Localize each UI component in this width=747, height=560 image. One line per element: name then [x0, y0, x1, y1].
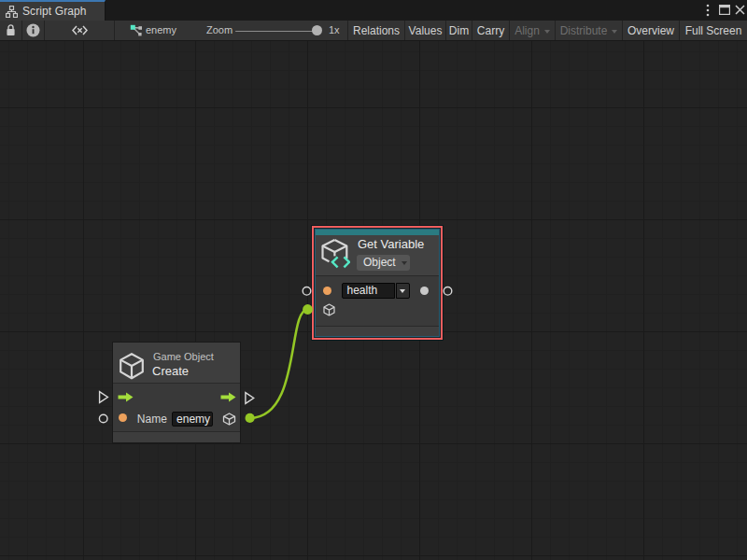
node-footer — [113, 431, 240, 442]
graph-icon — [130, 24, 143, 36]
value-output-dot — [420, 287, 429, 295]
game-object-output-icon — [222, 413, 236, 426]
window-maximize-button[interactable] — [717, 0, 732, 20]
title-bar: Script Graph — [0, 0, 747, 21]
script-graph-icon — [6, 6, 18, 18]
dropdown-arrow-icon — [612, 30, 617, 34]
toolbar-button-carry[interactable]: Carry — [472, 21, 509, 40]
value-port-dot — [119, 413, 127, 422]
selection-gap: Get Variable Object health — [314, 228, 441, 338]
variable-scope-dropdown[interactable]: Object — [357, 255, 410, 271]
dropdown-arrow-icon — [544, 30, 550, 34]
info-icon — [26, 23, 40, 37]
game-object-icon — [120, 353, 144, 380]
toolbar-separator — [404, 21, 405, 40]
toolbar-separator — [509, 21, 510, 40]
variables-button[interactable] — [45, 21, 114, 40]
graph-toolbar: enemy Zoom 1x Relations Values Dim Carry… — [0, 21, 747, 41]
flow-input-arrow-icon — [118, 392, 134, 402]
flow-output-arrow-icon — [220, 392, 236, 402]
variable-name-field[interactable]: health — [342, 283, 395, 299]
tab-title: Script Graph — [22, 5, 87, 18]
window-menu-button[interactable] — [700, 0, 715, 20]
zoom-value: 1x — [329, 21, 340, 40]
node-title: Get Variable — [358, 237, 424, 251]
node-header: Game Object Create — [113, 343, 240, 383]
info-button[interactable] — [22, 21, 44, 40]
zoom-label: Zoom — [206, 21, 233, 40]
dropdown-arrow-icon — [402, 261, 407, 265]
close-icon — [735, 5, 745, 15]
selection-inner-border: Get Variable Object health — [315, 229, 440, 337]
toolbar-button-dim[interactable]: Dim — [446, 21, 472, 40]
breadcrumb-graph-name[interactable]: enemy — [146, 21, 176, 40]
zoom-slider-track[interactable] — [235, 31, 317, 33]
toolbar-button-align[interactable]: Align — [510, 21, 555, 40]
node-title: Create — [152, 364, 189, 378]
node-get-variable-selection: Get Variable Object health — [312, 226, 443, 340]
toolbar-separator — [622, 21, 623, 40]
toolbar-button-fullscreen[interactable]: Full Screen — [680, 21, 747, 40]
toolbar-button-distribute[interactable]: Distribute — [556, 21, 622, 40]
toolbar-separator — [472, 21, 472, 40]
get-variable-icon — [321, 239, 350, 269]
node-category-label: Game Object — [153, 351, 214, 362]
tab-script-graph[interactable]: Script Graph — [0, 0, 106, 21]
node-footer — [316, 326, 439, 336]
lock-button[interactable] — [0, 21, 21, 40]
maximize-icon — [719, 5, 730, 15]
window-close-button[interactable] — [732, 0, 747, 20]
zoom-slider-handle[interactable] — [312, 25, 322, 35]
code-icon — [72, 25, 88, 35]
toolbar-separator — [347, 21, 348, 40]
graph-breadcrumb-icon-box — [127, 21, 146, 40]
toolbar-separator — [555, 21, 556, 40]
variable-name-dropdown[interactable] — [396, 283, 410, 299]
toolbar-button-values[interactable]: Values — [405, 21, 445, 40]
node-get-variable[interactable]: Get Variable Object health — [316, 230, 439, 336]
dropdown-arrow-icon — [400, 289, 405, 293]
node-body: Name enemy — [113, 384, 240, 431]
toolbar-separator — [679, 21, 680, 40]
param-label: Name — [137, 413, 167, 426]
lock-icon — [6, 24, 16, 36]
toolbar-separator — [21, 21, 22, 40]
toolbar-button-overview[interactable]: Overview — [623, 21, 679, 40]
value-port-dot — [323, 287, 331, 295]
toolbar-separator — [114, 21, 115, 40]
toolbar-separator — [445, 21, 446, 40]
name-input-field[interactable]: enemy — [172, 412, 213, 427]
node-create-game-object[interactable]: Game Object Create Name enemy — [112, 342, 241, 443]
toolbar-button-relations[interactable]: Relations — [348, 21, 404, 40]
node-header: Get Variable Object — [316, 235, 439, 275]
toolbar-separator — [44, 21, 45, 40]
object-input-icon — [323, 303, 335, 316]
node-body: health — [316, 276, 439, 325]
kebab-menu-icon — [706, 4, 710, 17]
